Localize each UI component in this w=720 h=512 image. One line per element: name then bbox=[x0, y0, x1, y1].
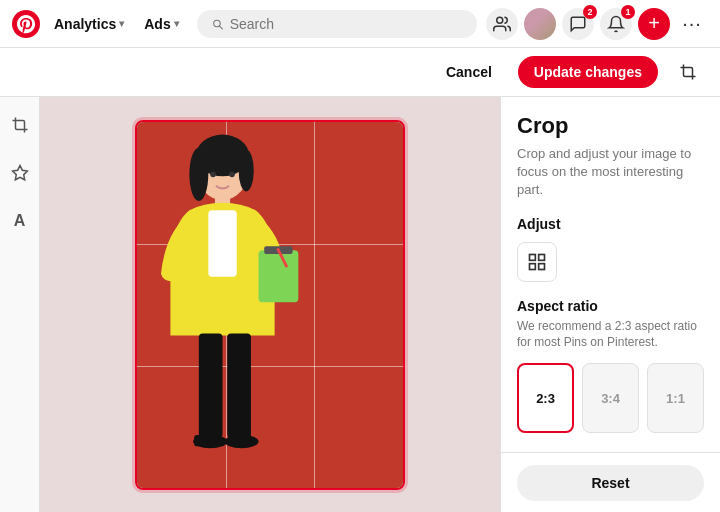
svg-point-4 bbox=[189, 148, 208, 201]
svg-rect-13 bbox=[194, 435, 207, 446]
woman-figure bbox=[142, 127, 322, 487]
search-input[interactable] bbox=[230, 16, 463, 32]
svg-point-5 bbox=[239, 150, 254, 192]
panel-title: Crop bbox=[517, 113, 704, 139]
ads-nav[interactable]: Ads ▾ bbox=[138, 12, 184, 36]
svg-rect-22 bbox=[539, 263, 545, 269]
side-toolbar: A bbox=[0, 97, 40, 512]
svg-point-0 bbox=[12, 10, 40, 38]
crop-side-icon[interactable] bbox=[4, 109, 36, 141]
messages-badge-wrap[interactable]: 2 bbox=[562, 8, 594, 40]
cancel-button[interactable]: Cancel bbox=[430, 56, 508, 88]
notifications-badge-wrap[interactable]: 1 bbox=[600, 8, 632, 40]
search-icon bbox=[211, 17, 224, 31]
main-content: A bbox=[0, 97, 720, 512]
reset-button[interactable]: Reset bbox=[517, 465, 704, 501]
svg-rect-10 bbox=[199, 334, 223, 438]
pinterest-logo[interactable] bbox=[12, 10, 40, 38]
text-side-icon[interactable]: A bbox=[4, 205, 36, 237]
analytics-label: Analytics bbox=[54, 16, 116, 32]
adjust-button[interactable] bbox=[517, 242, 557, 282]
crop-toolbar-icon[interactable] bbox=[672, 56, 704, 88]
user-avatar[interactable] bbox=[524, 8, 556, 40]
right-panel: Crop Crop and adjust your image to focus… bbox=[500, 97, 720, 512]
messages-count: 2 bbox=[583, 5, 597, 19]
svg-rect-20 bbox=[539, 254, 545, 260]
svg-point-16 bbox=[210, 172, 216, 178]
svg-rect-7 bbox=[208, 210, 236, 276]
svg-rect-19 bbox=[530, 254, 536, 260]
svg-rect-11 bbox=[227, 334, 251, 438]
star-side-icon[interactable] bbox=[4, 157, 36, 189]
header-actions: 2 1 + ··· bbox=[486, 8, 708, 40]
svg-point-17 bbox=[229, 172, 235, 178]
analytics-chevron: ▾ bbox=[119, 18, 124, 29]
svg-rect-8 bbox=[259, 250, 299, 302]
update-changes-button[interactable]: Update changes bbox=[518, 56, 658, 88]
analytics-nav[interactable]: Analytics ▾ bbox=[48, 12, 130, 36]
people-icon[interactable] bbox=[486, 8, 518, 40]
ads-label: Ads bbox=[144, 16, 170, 32]
add-icon[interactable]: + bbox=[638, 8, 670, 40]
notifications-count: 1 bbox=[621, 5, 635, 19]
svg-rect-15 bbox=[239, 435, 252, 446]
aspect-ratio-label: Aspect ratio bbox=[517, 298, 704, 314]
adjust-icon bbox=[527, 252, 547, 272]
aspect-ratio-desc: We recommend a 2:3 aspect ratio for most… bbox=[517, 318, 704, 352]
app-header: Analytics ▾ Ads ▾ 2 bbox=[0, 0, 720, 48]
aspect-options: 2:3 3:4 1:1 bbox=[517, 363, 704, 433]
ads-chevron: ▾ bbox=[174, 18, 179, 29]
aspect-2x3-option[interactable]: 2:3 bbox=[517, 363, 574, 433]
crop-container[interactable] bbox=[135, 120, 405, 490]
image-toolbar: Cancel Update changes bbox=[0, 48, 720, 97]
aspect-1x1-option[interactable]: 1:1 bbox=[647, 363, 704, 433]
panel-description: Crop and adjust your image to focus on t… bbox=[517, 145, 704, 200]
adjust-label: Adjust bbox=[517, 216, 704, 232]
panel-content: Crop Crop and adjust your image to focus… bbox=[501, 97, 720, 452]
svg-marker-1 bbox=[12, 166, 27, 180]
crop-image bbox=[137, 122, 403, 488]
more-options-icon[interactable]: ··· bbox=[676, 8, 708, 40]
canvas-area bbox=[40, 97, 500, 512]
panel-footer: Reset bbox=[501, 452, 720, 512]
svg-rect-21 bbox=[530, 263, 536, 269]
search-bar[interactable] bbox=[197, 10, 477, 38]
aspect-3x4-option[interactable]: 3:4 bbox=[582, 363, 639, 433]
